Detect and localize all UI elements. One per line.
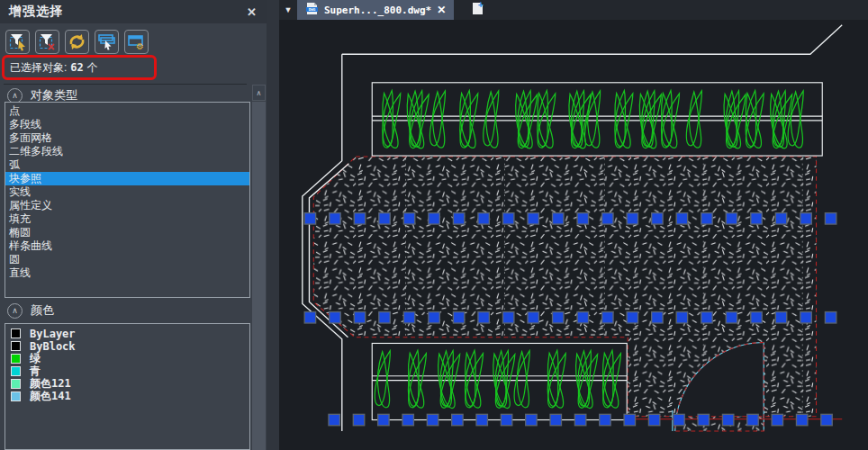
tab-close-icon[interactable]: ✕ bbox=[437, 4, 446, 16]
panel-divider[interactable] bbox=[267, 0, 279, 450]
grip[interactable] bbox=[330, 312, 340, 323]
grip[interactable] bbox=[701, 312, 712, 323]
object-type-item[interactable]: 实线 bbox=[5, 185, 249, 199]
grip[interactable] bbox=[452, 414, 463, 425]
grip[interactable] bbox=[379, 213, 390, 224]
grip[interactable] bbox=[821, 414, 832, 425]
grip[interactable] bbox=[775, 213, 786, 224]
selection-settings-button[interactable]: ⚙ bbox=[124, 30, 149, 54]
color-item[interactable]: ByLayer bbox=[5, 327, 249, 340]
grip[interactable] bbox=[329, 414, 339, 425]
grip[interactable] bbox=[577, 213, 588, 224]
grip[interactable] bbox=[652, 213, 663, 224]
grip[interactable] bbox=[528, 312, 538, 323]
grip[interactable] bbox=[726, 213, 737, 224]
grip[interactable] bbox=[453, 213, 464, 224]
grip[interactable] bbox=[403, 213, 414, 224]
grip[interactable] bbox=[648, 414, 659, 425]
object-type-item[interactable]: 椭圆 bbox=[5, 226, 249, 239]
new-tab-button[interactable]: + bbox=[468, 2, 488, 18]
grip[interactable] bbox=[429, 312, 439, 323]
document-tab[interactable]: DWG Superh..._800.dwg* ✕ bbox=[297, 0, 454, 20]
grip[interactable] bbox=[379, 312, 390, 323]
grip[interactable] bbox=[726, 312, 737, 323]
grip[interactable] bbox=[402, 414, 413, 425]
grip[interactable] bbox=[627, 213, 637, 224]
grip[interactable] bbox=[600, 414, 610, 425]
grip[interactable] bbox=[553, 213, 564, 224]
grip[interactable] bbox=[378, 414, 389, 425]
scrollbar-thumb[interactable] bbox=[252, 102, 266, 450]
grip[interactable] bbox=[353, 414, 364, 425]
drawing-canvas[interactable] bbox=[279, 20, 868, 450]
grip[interactable] bbox=[676, 312, 687, 323]
object-type-item[interactable]: 样条曲线 bbox=[5, 239, 249, 253]
grip[interactable] bbox=[502, 312, 513, 323]
clear-filter-button[interactable] bbox=[35, 30, 59, 54]
grip[interactable] bbox=[354, 312, 365, 323]
grip[interactable] bbox=[796, 414, 807, 425]
object-type-item[interactable]: 圆 bbox=[5, 253, 249, 266]
grip[interactable] bbox=[602, 213, 613, 224]
grip[interactable] bbox=[676, 213, 687, 224]
grip[interactable] bbox=[825, 312, 836, 323]
color-item[interactable]: ByBlock bbox=[5, 339, 249, 353]
tab-list-dropdown[interactable]: ▼ bbox=[279, 5, 297, 14]
grip[interactable] bbox=[772, 414, 782, 425]
object-type-item[interactable]: 填充 bbox=[5, 212, 249, 226]
grip[interactable] bbox=[453, 312, 464, 323]
select-filter-button[interactable] bbox=[5, 30, 30, 54]
panel-close-icon[interactable]: ✕ bbox=[247, 5, 258, 19]
grip[interactable] bbox=[478, 312, 489, 323]
grip[interactable] bbox=[775, 312, 786, 323]
grip[interactable] bbox=[330, 213, 340, 224]
grip[interactable] bbox=[698, 414, 709, 425]
grip[interactable] bbox=[403, 312, 414, 323]
object-type-item[interactable]: 块参照 bbox=[5, 172, 249, 185]
grip[interactable] bbox=[550, 414, 561, 425]
grip[interactable] bbox=[429, 213, 439, 224]
grip[interactable] bbox=[751, 213, 762, 224]
grip[interactable] bbox=[624, 414, 635, 425]
grip[interactable] bbox=[304, 213, 315, 224]
grip[interactable] bbox=[502, 213, 513, 224]
grip[interactable] bbox=[476, 414, 487, 425]
grip[interactable] bbox=[526, 414, 537, 425]
selection-status-label: 已选择对象: bbox=[10, 60, 67, 76]
object-type-item[interactable]: 直线 bbox=[5, 266, 249, 280]
grip[interactable] bbox=[577, 312, 588, 323]
grip[interactable] bbox=[800, 312, 811, 323]
collapse-icon[interactable]: ∧ bbox=[7, 303, 23, 319]
object-type-item[interactable]: 属性定义 bbox=[5, 199, 249, 212]
panel-scrollbar[interactable]: ∧ bbox=[252, 85, 266, 450]
grip[interactable] bbox=[427, 414, 438, 425]
object-type-item[interactable]: 二维多段线 bbox=[5, 145, 249, 158]
grip[interactable] bbox=[722, 414, 733, 425]
grip[interactable] bbox=[528, 213, 538, 224]
collapse-icon[interactable]: ∧ bbox=[7, 88, 23, 104]
grip[interactable] bbox=[354, 213, 365, 224]
object-type-item[interactable]: 点 bbox=[5, 104, 249, 118]
color-item[interactable]: 颜色141 bbox=[5, 390, 249, 403]
grip[interactable] bbox=[800, 213, 811, 224]
grip[interactable] bbox=[747, 414, 758, 425]
grip[interactable] bbox=[825, 213, 836, 224]
grip[interactable] bbox=[304, 312, 315, 323]
object-type-item[interactable]: 多面网格 bbox=[5, 131, 249, 145]
refresh-selection-button[interactable] bbox=[65, 30, 89, 54]
grip[interactable] bbox=[701, 213, 712, 224]
grip[interactable] bbox=[602, 312, 613, 323]
color-item[interactable]: 绿 bbox=[5, 352, 249, 365]
object-type-item[interactable]: 多段线 bbox=[5, 118, 249, 131]
grip[interactable] bbox=[751, 312, 762, 323]
grip[interactable] bbox=[652, 312, 663, 323]
grip[interactable] bbox=[627, 312, 637, 323]
grip[interactable] bbox=[501, 414, 511, 425]
grip[interactable] bbox=[553, 312, 564, 323]
grip[interactable] bbox=[478, 213, 489, 224]
scroll-up-button[interactable]: ∧ bbox=[252, 85, 266, 101]
grip[interactable] bbox=[674, 414, 684, 425]
grip[interactable] bbox=[574, 414, 585, 425]
window-select-button[interactable] bbox=[95, 30, 119, 54]
object-type-item[interactable]: 弧 bbox=[5, 158, 249, 172]
